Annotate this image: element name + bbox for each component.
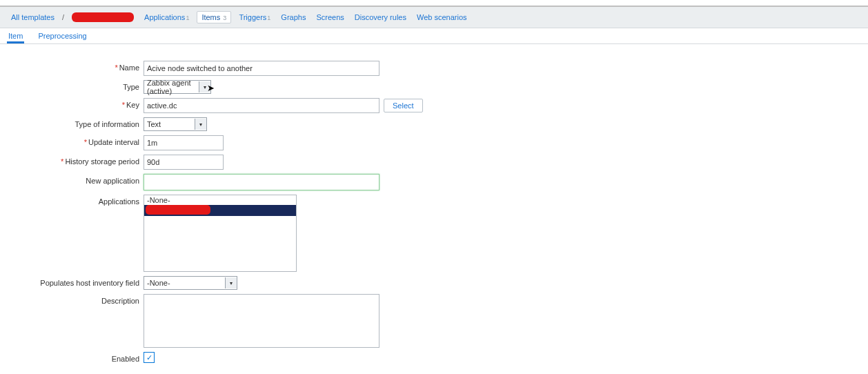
chevron-down-icon: ▾ (195, 119, 206, 130)
label-inventory: Populates host inventory field (0, 276, 144, 287)
top-strip (0, 0, 868, 7)
label-description: Description (0, 294, 144, 305)
label-new-app: New application (0, 174, 144, 185)
name-input[interactable] (144, 61, 379, 76)
bc-graphs[interactable]: Graphs (278, 11, 308, 23)
label-key: *Key (0, 98, 144, 109)
history-input[interactable] (144, 155, 224, 170)
bc-triggers-label: Triggers (239, 13, 266, 21)
label-enabled: Enabled (0, 352, 144, 363)
form: *Name Type Zabbix agent (active) ▾ ➤ *Ke… (0, 44, 868, 374)
update-interval-input[interactable] (144, 135, 224, 150)
bc-all-templates[interactable]: All templates (8, 11, 57, 23)
label-applications: Applications (0, 195, 144, 206)
type-select-value: Zabbix agent (active) (144, 79, 199, 95)
tabs: Item Preprocessing (0, 28, 868, 44)
bc-triggers[interactable]: Triggers1 (236, 11, 273, 23)
bc-applications-label: Applications (144, 13, 185, 21)
info-type-select[interactable]: Text ▾ (144, 117, 207, 131)
bc-template-name-redacted (72, 12, 134, 22)
label-info-type: Type of information (0, 117, 144, 128)
tab-preprocessing[interactable]: Preprocessing (37, 29, 88, 43)
bc-items-label: Items (201, 13, 220, 21)
select-key-button[interactable]: Select (384, 99, 423, 112)
description-textarea[interactable] (144, 294, 379, 348)
bc-sep: / (62, 13, 64, 21)
inventory-select[interactable]: -None- ▾ (144, 276, 237, 290)
label-update-interval: *Update interval (0, 135, 144, 146)
bc-discovery-rules[interactable]: Discovery rules (352, 11, 409, 23)
bc-items-count: 3 (223, 14, 226, 21)
enabled-checkbox[interactable]: ✓ (144, 352, 155, 363)
label-history: *History storage period (0, 155, 144, 166)
applications-option-selected[interactable] (144, 205, 296, 216)
bc-items[interactable]: Items 3 (197, 11, 231, 23)
bc-triggers-count: 1 (267, 14, 270, 21)
inventory-value: -None- (144, 279, 225, 287)
label-name: *Name (0, 61, 144, 72)
key-input[interactable] (144, 98, 379, 113)
new-application-input[interactable] (144, 174, 379, 190)
chevron-down-icon: ▾ (199, 81, 210, 92)
chevron-down-icon: ▾ (225, 277, 237, 288)
bc-applications[interactable]: Applications1 (141, 11, 192, 23)
info-type-value: Text (144, 120, 195, 128)
applications-listbox[interactable]: -None- (144, 195, 297, 272)
tab-item[interactable]: Item (7, 29, 24, 43)
bc-screens[interactable]: Screens (313, 11, 346, 23)
breadcrumb-nav: All templates / Applications1 Items 3 Tr… (0, 7, 868, 28)
label-type: Type (0, 80, 144, 91)
bc-web-scenarios[interactable]: Web scenarios (414, 11, 470, 23)
applications-option-none[interactable]: -None- (144, 195, 296, 205)
type-select[interactable]: Zabbix agent (active) ▾ (144, 80, 211, 94)
bc-applications-count: 1 (186, 14, 189, 21)
applications-option-redacted (146, 205, 210, 215)
